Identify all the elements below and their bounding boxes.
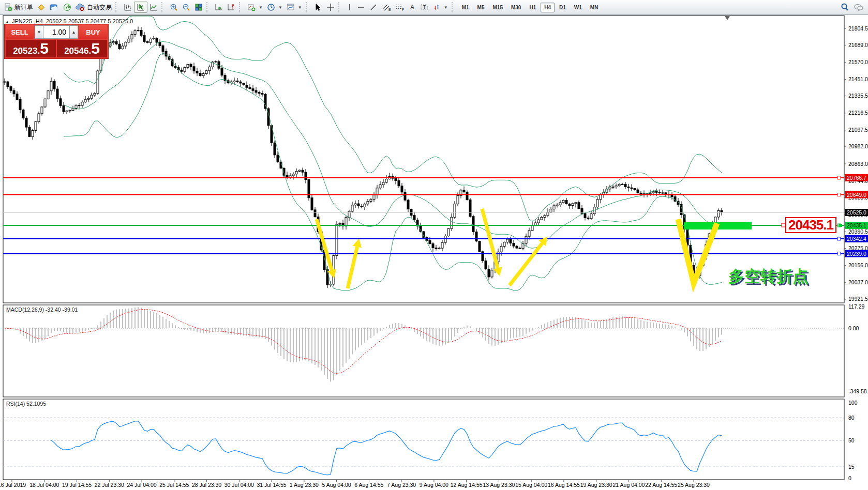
- buy-price-display[interactable]: 20546.5: [57, 40, 107, 57]
- timeframe-group: M1M5M15M30H1H4D1W1MN: [458, 3, 603, 12]
- price-axis-label: 21216.5: [848, 110, 868, 116]
- candlestick-chart-button[interactable]: [134, 2, 147, 13]
- horizontal-line-button[interactable]: [355, 2, 367, 13]
- arrows-button[interactable]: ▼: [430, 2, 450, 13]
- crosshair-button[interactable]: [324, 2, 337, 13]
- time-axis-label: 19 Aug 23:30: [580, 482, 612, 488]
- price-callout-label[interactable]: 20435.1: [785, 217, 836, 233]
- line-anchor[interactable]: [837, 193, 841, 196]
- arrow-head[interactable]: [353, 239, 362, 248]
- turning-point-annotation[interactable]: 多空转折点: [728, 266, 809, 287]
- periods-button[interactable]: ▼: [265, 2, 285, 13]
- chat-button[interactable]: [851, 2, 866, 13]
- tf-button-D1[interactable]: D1: [556, 3, 570, 12]
- macd-indicator: [3, 307, 844, 381]
- tf-button-M1[interactable]: M1: [458, 3, 473, 12]
- signals-icon: [50, 3, 59, 11]
- toolbar-grip: [206, 2, 210, 12]
- macd-signal-line: [5, 310, 722, 374]
- equidistant-channel-button[interactable]: E: [380, 2, 393, 13]
- buy-button[interactable]: BUY: [79, 25, 107, 39]
- line-anchor[interactable]: [837, 252, 841, 255]
- zoom-out-button[interactable]: [180, 2, 192, 13]
- time-axis: 16 Jul 201918 Jul 04:0019 Jul 14:5522 Ju…: [0, 480, 710, 488]
- new-order-label: 新订单: [14, 3, 33, 12]
- price-axis-tag: 20435.1: [847, 222, 866, 228]
- tf-button-M30[interactable]: M30: [507, 3, 525, 12]
- price-axis-label: 21689.0: [848, 42, 868, 48]
- auto-scroll-button[interactable]: [213, 2, 225, 13]
- toolbar-grip: [338, 2, 342, 12]
- indicators-icon: [247, 3, 256, 11]
- news-button[interactable]: [61, 2, 73, 13]
- tile-windows-icon: [194, 3, 203, 11]
- time-axis-label: 1 Aug 23:30: [290, 482, 319, 488]
- chart-shift-button[interactable]: [225, 2, 237, 13]
- dropdown-arrow-icon: ▼: [298, 5, 302, 10]
- metatrader-window: 新订单 自动交易: [0, 0, 868, 490]
- rsi-indicator: [3, 418, 844, 475]
- trendline-button[interactable]: [367, 2, 380, 13]
- sell-button[interactable]: SELL: [6, 25, 34, 39]
- time-axis-label: 9 Aug 04:00: [420, 482, 448, 488]
- equidistant-channel-icon: E: [382, 3, 391, 11]
- bar-chart-icon: [124, 3, 132, 11]
- tile-windows-button[interactable]: [192, 2, 205, 13]
- price-axis: 21804.521689.021570.021451.021335.521216…: [844, 25, 868, 481]
- chart-annotations: [317, 16, 842, 288]
- time-axis-label: 16 Jul 2019: [0, 482, 26, 488]
- time-axis-label: 28 Jul 23:30: [192, 482, 221, 488]
- tf-button-H1[interactable]: H1: [526, 3, 540, 12]
- time-axis-label: 18 Jul 04:00: [29, 482, 59, 488]
- volume-down-button[interactable]: ▼: [35, 25, 43, 39]
- zoom-in-button[interactable]: [168, 2, 180, 13]
- toolbar: 新订单 自动交易: [0, 0, 868, 15]
- macd-axis-label: 0.00: [848, 325, 859, 331]
- time-axis-label: 25 Jul 14:55: [159, 482, 189, 488]
- tf-button-M5[interactable]: M5: [474, 3, 488, 12]
- candlestick-chart-icon: [137, 3, 145, 11]
- line-anchor[interactable]: [837, 237, 841, 240]
- time-axis-label: 19 Jul 14:55: [62, 482, 92, 488]
- volume-input[interactable]: 1.00: [43, 25, 69, 39]
- svg-text:A: A: [410, 4, 414, 11]
- tf-button-M15[interactable]: M15: [489, 3, 506, 12]
- chart-shift-marker[interactable]: [725, 16, 730, 20]
- bar-chart-button[interactable]: [122, 2, 134, 13]
- news-icon: [63, 3, 71, 11]
- line-chart-icon: [149, 3, 158, 11]
- price-axis-label: 20390.5: [848, 228, 868, 235]
- indicators-button[interactable]: ▼: [245, 2, 265, 13]
- arrow-annotation[interactable]: [510, 243, 542, 285]
- autotrading-button[interactable]: 自动交易: [73, 2, 114, 13]
- toolbar-grip: [115, 2, 119, 12]
- cursor-button[interactable]: [312, 2, 324, 13]
- line-chart-button[interactable]: [147, 2, 160, 13]
- fibonacci-button[interactable]: F: [393, 2, 407, 13]
- templates-button[interactable]: ▼: [285, 2, 304, 13]
- price-axis-tag: 20649.0: [847, 192, 866, 198]
- new-order-button[interactable]: 新订单: [2, 2, 35, 13]
- signals-button[interactable]: [48, 2, 61, 13]
- text-label-button[interactable]: T: [418, 2, 430, 13]
- tf-button-H4[interactable]: H4: [541, 3, 555, 12]
- rsi-axis-label: 50: [848, 437, 855, 443]
- volume-up-button[interactable]: ▲: [69, 25, 78, 39]
- sell-price-display[interactable]: 20523.5: [6, 40, 56, 57]
- pane-frame: [3, 305, 844, 397]
- one-click-trading-panel: SELL ▼ 1.00 ▲ BUY 20523.5 20546.5: [4, 24, 109, 59]
- macd-axis-label: -349.58: [848, 388, 867, 394]
- price-axis-label: 19921.5: [848, 296, 868, 302]
- toolbar-grip: [239, 2, 243, 12]
- price-axis-label: 20037.0: [848, 279, 868, 285]
- bollinger-bands: [64, 16, 722, 290]
- market-button[interactable]: [35, 2, 48, 13]
- line-anchor[interactable]: [837, 176, 841, 179]
- text-button[interactable]: A: [407, 2, 418, 13]
- tf-button-MN[interactable]: MN: [587, 3, 602, 12]
- search-button[interactable]: [838, 2, 851, 13]
- candlestick-series: [4, 27, 723, 288]
- trendline-icon: [369, 3, 378, 11]
- tf-button-W1[interactable]: W1: [571, 3, 586, 12]
- vertical-line-button[interactable]: [345, 2, 355, 13]
